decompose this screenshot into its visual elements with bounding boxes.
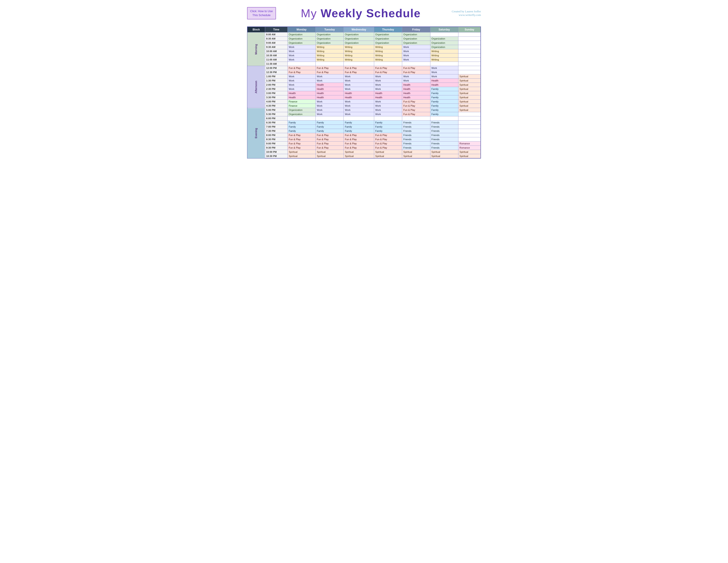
- activity-cell: Organization: [315, 37, 343, 41]
- activity-cell: Work: [402, 53, 430, 58]
- activity-cell: Friends: [430, 120, 458, 125]
- activity-cell: Work: [344, 104, 374, 108]
- activity-cell: Work: [430, 74, 458, 79]
- activity-cell: Writing: [374, 53, 402, 58]
- how-to-use-button[interactable]: Click: How to Use This Schedule: [247, 7, 276, 19]
- activity-cell: [458, 129, 481, 133]
- activity-cell: Spiritual: [458, 150, 481, 154]
- time-cell: 5:30 PM: [265, 112, 287, 116]
- col-time: Time: [265, 27, 287, 32]
- activity-cell: Work: [374, 108, 402, 112]
- time-cell: 6:00 PM: [265, 116, 287, 120]
- activity-cell: Spiritual: [402, 154, 430, 158]
- activity-cell: Friends: [402, 141, 430, 146]
- activity-cell: Spiritual: [458, 154, 481, 158]
- activity-cell: Health: [344, 95, 374, 100]
- activity-cell: Health: [402, 91, 430, 95]
- credit-line2: www.writerfly.com: [446, 13, 481, 17]
- table-row: 2:30 PMWorkHealthWorkWorkHealthFamilySpi…: [247, 87, 481, 91]
- activity-cell: Finance: [287, 100, 315, 104]
- activity-cell: Work: [315, 104, 343, 108]
- activity-cell: Work: [344, 79, 374, 83]
- col-monday: Monday: [287, 27, 315, 32]
- activity-cell: Spiritual: [458, 104, 481, 108]
- time-cell: 12:00 PM: [265, 66, 287, 70]
- activity-cell: Health: [430, 83, 458, 87]
- table-row: 4:00 PMFinanceWorkWorkWorkFun & PlayFami…: [247, 100, 481, 104]
- activity-cell: Family: [287, 129, 315, 133]
- activity-cell: Work: [315, 79, 343, 83]
- activity-cell: Organization: [374, 41, 402, 45]
- activity-cell: Fun & Play: [402, 112, 430, 116]
- activity-cell: Work: [315, 100, 343, 104]
- activity-cell: Work: [344, 100, 374, 104]
- table-row: 7:30 PMFamilyFamilyFamilyFamilyFriendsFr…: [247, 129, 481, 133]
- time-cell: 10:30 PM: [265, 154, 287, 158]
- activity-cell: Fun & Play: [374, 141, 402, 146]
- table-row: 1:00 PMWorkWorkWorkWorkWorkWorkSpiritual: [247, 74, 481, 79]
- table-row: 6:30 PMFamilyFamilyFamilyFamilyFriendsFr…: [247, 120, 481, 125]
- activity-cell: Fun & Play: [402, 66, 430, 70]
- activity-cell: Spiritual: [458, 95, 481, 100]
- activity-cell: [458, 120, 481, 125]
- table-row: 10:00 PMSpiritualSpiritualSpiritualSpiri…: [247, 150, 481, 154]
- activity-cell: Organization: [344, 32, 374, 37]
- time-cell: 7:00 PM: [265, 125, 287, 129]
- block-label-evening: Evening: [247, 108, 265, 158]
- activity-cell: Organization: [402, 32, 430, 37]
- time-cell: 2:00 PM: [265, 83, 287, 87]
- activity-cell: Health: [315, 83, 343, 87]
- activity-cell: Spiritual: [430, 150, 458, 154]
- activity-cell: Work: [430, 66, 458, 70]
- activity-cell: Spiritual: [287, 154, 315, 158]
- activity-cell: [458, 32, 481, 37]
- activity-cell: Work: [402, 49, 430, 53]
- col-tuesday: Tuesday: [315, 27, 343, 32]
- activity-cell: Organization: [287, 112, 315, 116]
- page-title: My Weekly Schedule: [276, 7, 446, 20]
- activity-cell: [458, 53, 481, 58]
- activity-cell: Fun & Play: [315, 146, 343, 150]
- credit-line1: Created by Lauren Soffer: [446, 10, 481, 13]
- table-row: 2:00 PMWorkHealthWorkWorkHealthHealthSpi…: [247, 83, 481, 87]
- activity-cell: [315, 116, 343, 120]
- activity-cell: Spiritual: [458, 83, 481, 87]
- activity-cell: Spiritual: [430, 154, 458, 158]
- block-label-afternoon: Afternoon: [247, 66, 265, 108]
- time-cell: 6:30 PM: [265, 120, 287, 125]
- activity-cell: Friends: [402, 146, 430, 150]
- activity-cell: Health: [287, 95, 315, 100]
- activity-cell: Family: [374, 125, 402, 129]
- activity-cell: Work: [374, 74, 402, 79]
- activity-cell: Fun & Play: [287, 146, 315, 150]
- activity-cell: Fun & Play: [374, 137, 402, 141]
- activity-cell: Work: [315, 108, 343, 112]
- activity-cell: Organization: [287, 108, 315, 112]
- activity-cell: Writing: [430, 58, 458, 62]
- activity-cell: Work: [402, 79, 430, 83]
- table-row: 10:00 AMWorkWritingWritingWritingWorkWri…: [247, 49, 481, 53]
- col-friday: Friday: [402, 27, 430, 32]
- activity-cell: Work: [374, 112, 402, 116]
- activity-cell: Work: [315, 74, 343, 79]
- activity-cell: Friends: [430, 146, 458, 150]
- activity-cell: [458, 70, 481, 74]
- activity-cell: Fun & Play: [344, 133, 374, 137]
- activity-cell: [458, 41, 481, 45]
- activity-cell: Spiritual: [374, 154, 402, 158]
- activity-cell: Work: [374, 104, 402, 108]
- table-row: 9:00 AMOrganizationOrganizationOrganizat…: [247, 41, 481, 45]
- time-cell: 4:30 PM: [265, 104, 287, 108]
- time-cell: 9:00 PM: [265, 141, 287, 146]
- activity-cell: Fun & Play: [287, 66, 315, 70]
- activity-cell: [458, 49, 481, 53]
- page-header: Click: How to Use This Schedule My Weekl…: [247, 4, 481, 22]
- activity-cell: Finance: [287, 104, 315, 108]
- activity-cell: Family: [430, 87, 458, 91]
- activity-cell: Romance: [458, 141, 481, 146]
- activity-cell: Work: [430, 70, 458, 74]
- activity-cell: Spiritual: [344, 150, 374, 154]
- table-row: 3:30 PMHealthHealthHealthHealthHealthFam…: [247, 95, 481, 100]
- activity-cell: Fun & Play: [374, 66, 402, 70]
- activity-cell: Work: [374, 83, 402, 87]
